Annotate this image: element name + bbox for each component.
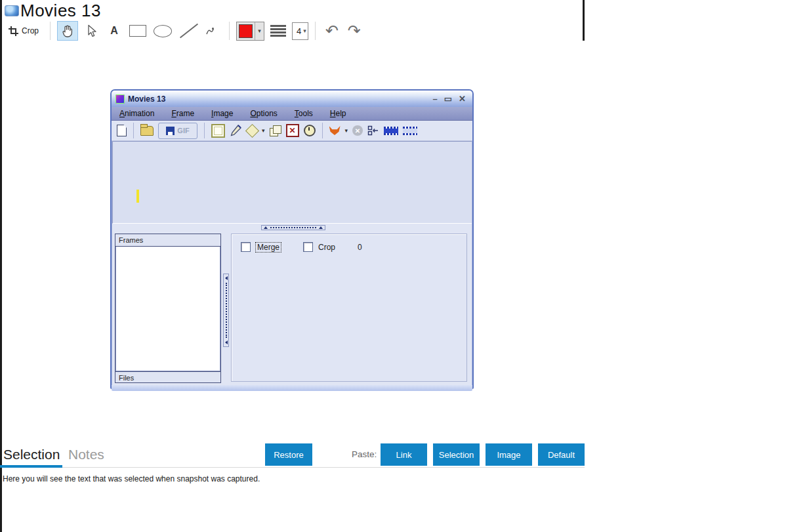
splitter-arrow-icon xyxy=(264,226,268,229)
files-header[interactable]: Files xyxy=(115,371,220,383)
captured-title: Movies 13 xyxy=(128,94,430,104)
filmstrip-light-icon xyxy=(403,127,417,135)
pointer-icon xyxy=(85,24,97,37)
undo-icon: ↶ xyxy=(325,24,339,37)
paste-selection-button[interactable]: Selection xyxy=(433,443,480,466)
editor-toolbar: Crop A ▾ xyxy=(4,20,364,41)
frame-border-icon xyxy=(211,124,225,138)
freehand-tool-button[interactable] xyxy=(200,21,222,41)
undo-button[interactable]: ↶ xyxy=(322,21,342,41)
freehand-icon xyxy=(205,24,218,37)
paste-link-button[interactable]: Link xyxy=(381,443,427,466)
current-color-swatch xyxy=(239,24,253,38)
splitter-arrow-icon xyxy=(225,340,228,344)
splitter-dots xyxy=(270,227,316,228)
diamond-dropdown-arrow: ▾ xyxy=(262,127,265,134)
pointer-tool-button[interactable] xyxy=(81,21,102,41)
text-tool-icon: A xyxy=(110,25,118,37)
captured-app-icon xyxy=(115,94,125,104)
window-left-edge xyxy=(0,0,2,532)
close-icon: ✕ xyxy=(459,94,466,103)
frame-options-panel: Merge Crop 0 xyxy=(231,234,467,382)
menu-animation: Animation xyxy=(119,109,154,118)
restore-button[interactable]: Restore xyxy=(265,443,312,466)
vertical-splitter-handle[interactable] xyxy=(223,274,229,347)
hand-icon xyxy=(61,24,74,38)
captured-window[interactable]: Movies 13 – ▭ ✕ Animation Frame Image Op… xyxy=(110,89,474,389)
captured-titlebar: Movies 13 – ▭ ✕ xyxy=(112,91,472,107)
frames-panel: Frames Files xyxy=(115,234,221,383)
captured-menubar: Animation Frame Image Options Tools Help xyxy=(112,107,472,121)
fox-icon xyxy=(329,126,341,135)
toolbar-separator xyxy=(50,22,51,40)
horizontal-splitter-row xyxy=(112,224,472,232)
bottom-divider xyxy=(0,467,585,468)
captured-statusbar xyxy=(112,385,472,391)
menu-options: Options xyxy=(250,109,277,118)
active-tab-underline xyxy=(0,465,62,468)
save-gif-button: GIF xyxy=(158,123,197,139)
page-title: Movies 13 xyxy=(20,1,101,21)
copy-frame-icon xyxy=(270,125,281,136)
redo-button[interactable]: ↷ xyxy=(344,21,364,41)
line-tool-button[interactable] xyxy=(176,21,197,41)
line-icon xyxy=(178,22,196,39)
menu-frame: Frame xyxy=(171,109,194,118)
minimize-icon: – xyxy=(433,94,438,103)
rectangle-icon xyxy=(129,25,146,37)
crop-checkbox[interactable] xyxy=(303,242,313,252)
ellipse-icon xyxy=(154,25,172,37)
frames-listbox[interactable] xyxy=(115,247,220,371)
diamond-icon xyxy=(245,123,259,137)
redo-icon: ↷ xyxy=(348,24,361,37)
text-cursor-mark xyxy=(136,190,139,203)
rectangle-tool-button[interactable] xyxy=(127,21,149,41)
filmstrip-icon xyxy=(384,127,398,135)
maximize-icon: ▭ xyxy=(444,94,452,103)
ellipse-tool-button[interactable] xyxy=(152,21,174,41)
animation-canvas[interactable] xyxy=(112,141,472,224)
crop-icon xyxy=(9,26,18,36)
line-width-icon xyxy=(270,25,286,37)
tab-selection[interactable]: Selection xyxy=(3,447,60,462)
flamory-sidebar: Flamory xyxy=(586,0,786,532)
save-icon xyxy=(166,127,175,135)
captured-toolbar: GIF ▾ ✕ ▾ ✕ xyxy=(112,121,472,141)
splitter-arrow-icon xyxy=(319,226,323,229)
toolbar-separator xyxy=(229,22,230,40)
width-value-dropdown[interactable]: 4 ▾ xyxy=(292,22,308,40)
window-right-edge xyxy=(583,0,585,41)
frames-header[interactable]: Frames xyxy=(115,234,220,247)
merge-checkbox[interactable] xyxy=(241,242,251,252)
menu-tools: Tools xyxy=(295,109,313,118)
crop-button[interactable]: Crop xyxy=(4,21,43,41)
menu-image: Image xyxy=(211,109,233,118)
tab-notes[interactable]: Notes xyxy=(68,447,104,462)
pencil-icon xyxy=(230,124,243,137)
menu-help: Help xyxy=(330,109,346,118)
paste-label: Paste: xyxy=(352,449,377,459)
paste-default-button[interactable]: Default xyxy=(538,443,585,466)
toolbar-separator xyxy=(315,22,316,40)
disabled-close-icon: ✕ xyxy=(352,125,363,136)
snapshot-window-icon xyxy=(5,5,19,16)
frame-counter: 0 xyxy=(358,243,362,252)
line-width-button[interactable] xyxy=(267,21,289,41)
color-dropdown-arrow[interactable]: ▾ xyxy=(255,22,264,40)
crop-label[interactable]: Crop xyxy=(318,243,335,252)
splitter-handle[interactable] xyxy=(261,225,325,230)
hand-tool-button[interactable] xyxy=(57,21,78,41)
merge-label[interactable]: Merge xyxy=(256,243,281,252)
width-dropdown-arrow: ▾ xyxy=(303,28,306,34)
text-tool-button[interactable]: A xyxy=(104,21,124,41)
open-folder-icon xyxy=(140,126,154,136)
paste-image-button[interactable]: Image xyxy=(486,443,532,466)
splitter-dots xyxy=(226,283,227,338)
splitter-arrow-icon xyxy=(225,276,228,280)
timer-icon xyxy=(304,125,316,136)
selection-text: Here you will see the text that was sele… xyxy=(3,474,260,483)
fox-dropdown-arrow: ▾ xyxy=(345,127,348,134)
insert-frames-icon xyxy=(367,125,379,136)
delete-frame-icon: ✕ xyxy=(286,124,299,137)
color-picker[interactable]: ▾ xyxy=(236,22,264,41)
